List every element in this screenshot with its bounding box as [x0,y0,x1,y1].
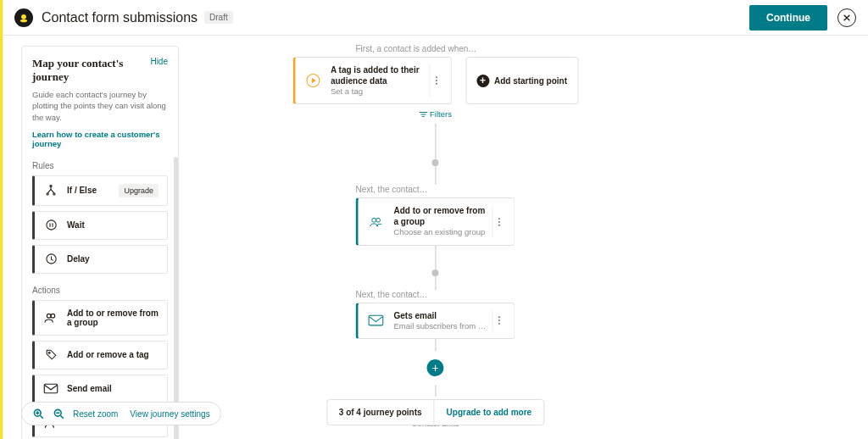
node-menu-button[interactable] [492,205,505,237]
add-starting-point-button[interactable]: + Add starting point [465,57,578,104]
draft-badge: Draft [204,11,233,24]
continue-button[interactable]: Continue [749,5,827,31]
svg-point-21 [47,314,51,318]
next-caption: Next, the contact… [355,185,515,194]
sidebar-description: Guide each contact's journey by plotting… [32,89,168,123]
sidebar-scrollbar[interactable] [174,157,178,439]
svg-point-22 [51,314,55,318]
rule-item-if-else[interactable]: If / Else Upgrade [32,175,168,206]
filters-label: Filters [430,109,452,119]
action-item-tag[interactable]: Add or remove a tag [32,341,168,370]
add-starting-label: Add starting point [494,76,567,86]
filter-icon [419,110,427,119]
connector [435,166,436,185]
connector-dot[interactable] [431,159,438,166]
action-label: Add to or remove from a group [67,308,159,327]
action-label: Send email [67,384,159,393]
node-menu-button[interactable] [429,64,442,97]
svg-point-14 [498,320,500,321]
view-journey-settings-button[interactable]: View journey settings [130,409,209,419]
kebab-icon [498,217,500,227]
next-caption: Next, the contact… [355,290,515,299]
close-icon [843,14,851,22]
journey-points-count: 3 of 4 journey points [327,400,435,425]
svg-point-13 [498,317,500,319]
node-subtitle: Set a tag [331,86,424,97]
group-icon [366,213,385,231]
group-icon [43,312,58,324]
svg-rect-12 [369,316,383,326]
start-node-tag-added[interactable]: A tag is added to their audience data Se… [292,57,452,104]
svg-point-16 [50,185,52,186]
email-icon [366,311,385,330]
connector-dot[interactable] [431,270,438,276]
node-title: A tag is added to their audience data [331,64,424,86]
upgrade-badge[interactable]: Upgrade [119,184,159,197]
rule-label: If / Else [67,186,119,195]
node-title: Add to or remove from a group [393,205,487,227]
action-label: Add or remove a tag [67,350,159,359]
svg-point-1 [20,19,27,22]
page-title: Contact form submissions [42,10,198,25]
connector [435,276,436,290]
svg-point-11 [498,224,500,225]
journey-points-chip: 3 of 4 journey points Upgrade to add mor… [326,399,544,425]
rule-item-delay[interactable]: Delay [32,245,168,274]
connector [435,124,436,159]
connector [435,385,436,397]
journey-palette-sidebar: Map your contact's journey Hide Guide ea… [21,46,179,439]
svg-point-0 [21,14,26,19]
svg-rect-24 [44,385,57,394]
hide-sidebar-button[interactable]: Hide [150,57,168,66]
play-icon [303,71,322,90]
rule-label: Wait [67,220,159,230]
app-header: Contact form submissions Draft Continue [3,0,868,36]
svg-point-18 [53,193,55,195]
action-node-email[interactable]: Gets email Email subscribers from your c… [355,303,515,339]
kebab-icon [498,315,500,325]
connector [435,339,436,351]
zoom-in-button[interactable] [32,408,44,420]
svg-point-23 [48,353,50,354]
rule-label: Delay [67,254,159,264]
tag-icon [43,349,58,361]
node-subtitle: Choose an existing group [393,227,487,237]
add-journey-point-button[interactable]: + [426,359,443,376]
email-icon [43,383,58,395]
connector [435,246,436,270]
plus-icon: + [476,75,489,87]
svg-point-17 [47,193,48,195]
svg-marker-3 [311,78,315,84]
svg-point-7 [372,218,376,222]
svg-point-8 [376,218,381,222]
zoom-out-button[interactable] [53,408,64,420]
svg-point-6 [435,83,437,85]
svg-point-15 [498,323,500,325]
action-node-group[interactable]: Add to or remove from a group Choose an … [355,197,515,245]
close-button[interactable] [837,8,856,27]
branch-icon [43,185,58,197]
svg-point-10 [498,221,500,223]
reset-zoom-button[interactable]: Reset zoom [73,409,118,419]
node-menu-button[interactable] [492,310,505,331]
upgrade-add-more-button[interactable]: Upgrade to add more [435,400,544,425]
starting-caption: First, a contact is added when… [355,44,515,53]
filters-chip[interactable]: Filters [419,109,452,119]
mailchimp-logo-icon [14,8,33,27]
sidebar-title: Map your contact's journey [32,57,150,84]
svg-point-19 [46,220,55,230]
zoom-in-icon [33,408,44,420]
clock-icon [43,253,58,265]
actions-section-label: Actions [32,286,168,295]
kebab-icon [435,75,437,86]
rule-item-wait[interactable]: Wait [32,211,168,240]
zoom-out-icon [53,408,64,420]
learn-journey-link[interactable]: Learn how to create a customer's journey [32,130,168,148]
svg-point-9 [498,218,500,220]
svg-point-5 [435,80,437,81]
zoom-controls: Reset zoom View journey settings [21,402,221,425]
node-subtitle: Email subscribers from your customer jo… [393,321,487,331]
action-item-group[interactable]: Add to or remove from a group [32,300,168,336]
action-item-send-email[interactable]: Send email [32,375,168,403]
pause-icon [43,220,58,231]
